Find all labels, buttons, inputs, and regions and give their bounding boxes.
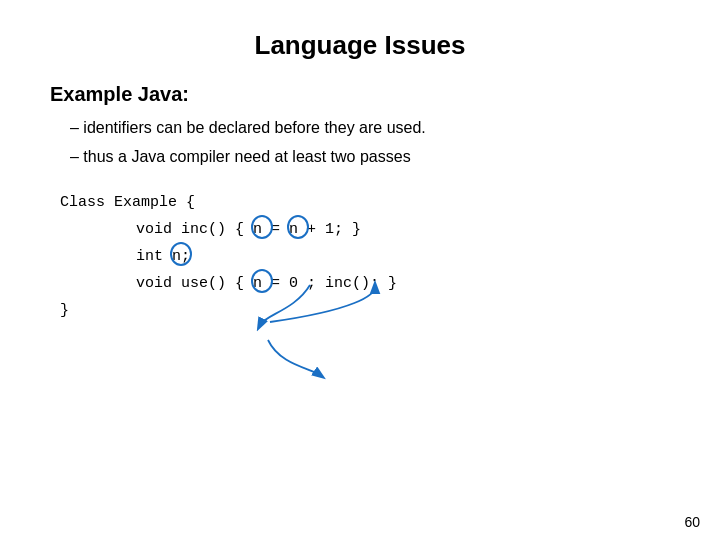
circle-n-use: n bbox=[253, 270, 262, 297]
slide-title: Language Issues bbox=[50, 30, 670, 61]
code-line-4: void use() { n = 0 ; inc(); } bbox=[100, 270, 670, 297]
code-block: Class Example { void inc() { n = n + 1; … bbox=[60, 189, 670, 324]
code-line-5: } bbox=[60, 297, 670, 324]
bullet-2: thus a Java compiler need at least two p… bbox=[70, 145, 670, 169]
slide-container: Language Issues Example Java: identifier… bbox=[0, 0, 720, 540]
code-line-1: Class Example { bbox=[60, 189, 670, 216]
code-line-2: void inc() { n = n + 1; } bbox=[100, 216, 670, 243]
circle-n-inc-lhs: n bbox=[253, 216, 262, 243]
circle-n-inc-rhs: n bbox=[289, 216, 298, 243]
bullet-list: identifiers can be declared before they … bbox=[70, 116, 670, 169]
section-heading: Example Java: bbox=[50, 83, 670, 106]
circle-n-decl: n bbox=[172, 243, 181, 270]
page-number: 60 bbox=[684, 514, 700, 530]
code-line-3: int n; bbox=[100, 243, 670, 270]
bullet-1: identifiers can be declared before they … bbox=[70, 116, 670, 140]
